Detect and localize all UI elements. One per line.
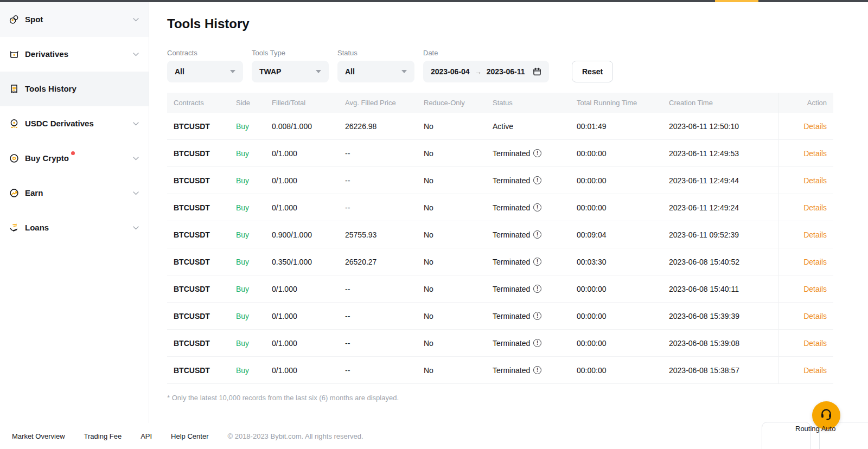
info-circle-icon[interactable]: ! <box>533 149 541 157</box>
details-link[interactable]: Details <box>803 339 827 348</box>
earn-icon <box>9 188 20 198</box>
cell-value: Buy <box>236 203 249 212</box>
details-link[interactable]: Details <box>803 258 827 266</box>
cell-value: BTCUSDT <box>174 339 210 348</box>
cell-value: 2023-06-11 12:49:53 <box>669 149 739 158</box>
cell-action: Details <box>778 167 833 194</box>
derivatives-icon <box>9 49 20 60</box>
cell-creation-time: 2023-06-11 12:50:10 <box>662 113 778 139</box>
cell-action: Details <box>778 113 833 139</box>
sidebar-item-usdc-derivatives[interactable]: USDC Derivatives <box>0 106 149 141</box>
details-link[interactable]: Details <box>803 203 827 212</box>
footer-link-market-overview[interactable]: Market Overview <box>12 432 65 440</box>
footer-link-help-center[interactable]: Help Center <box>171 432 208 440</box>
sidebar-item-spot[interactable]: Spot <box>0 2 149 37</box>
cell-contracts: BTCUSDT <box>167 303 229 329</box>
cell-value: 0/1.000 <box>272 285 297 293</box>
caret-down-icon <box>316 70 321 73</box>
cell-avg-filled-price: 25755.93 <box>339 221 417 248</box>
cell-value: BTCUSDT <box>174 149 210 158</box>
cell-contracts: BTCUSDT <box>167 167 229 194</box>
cell-filled-total: 0/1.000 <box>265 330 339 356</box>
footer-link-api[interactable]: API <box>141 432 152 440</box>
cell-action: Details <box>778 330 833 356</box>
tools-type-select[interactable]: TWAP <box>252 61 329 82</box>
cell-value: 00:00:00 <box>577 149 607 158</box>
cell-value: 00:00:00 <box>577 312 607 320</box>
sidebar-item-label: Loans <box>25 223 49 232</box>
info-circle-icon[interactable]: ! <box>533 312 541 320</box>
details-link[interactable]: Details <box>803 149 827 158</box>
cell-value: -- <box>345 312 350 320</box>
details-link[interactable]: Details <box>803 312 827 320</box>
status-select[interactable]: All <box>337 61 414 82</box>
cell-total-running-time: 00:00:00 <box>570 275 662 302</box>
cell-avg-filled-price: -- <box>339 140 417 166</box>
sidebar-item-buy-crypto[interactable]: Buy Crypto <box>0 141 149 176</box>
column-header-avg-filled-price: Avg. Filled Price <box>339 99 417 107</box>
cell-value: 0.008/1.000 <box>272 122 312 131</box>
info-circle-icon[interactable]: ! <box>533 285 541 293</box>
cell-value: Terminated <box>493 149 530 158</box>
cell-total-running-time: 00:09:04 <box>570 221 662 248</box>
cell-value: Terminated <box>493 339 530 348</box>
date-range-picker[interactable]: 2023-06-04 → 2023-06-11 <box>423 61 549 82</box>
reset-button[interactable]: Reset <box>572 61 613 82</box>
sidebar-item-loans[interactable]: Loans <box>0 210 149 245</box>
cell-value: Buy <box>236 339 249 348</box>
top-scrollbar-thumb[interactable] <box>715 0 758 2</box>
cell-value: No <box>424 339 433 348</box>
cell-avg-filled-price: -- <box>339 357 417 383</box>
table-row: BTCUSDTBuy0/1.000--NoTerminated!00:00:00… <box>167 357 833 384</box>
routing-auto-label: Routing Auto <box>795 425 835 433</box>
info-circle-icon[interactable]: ! <box>533 203 541 211</box>
info-circle-icon[interactable]: ! <box>533 176 541 184</box>
details-link[interactable]: Details <box>803 285 827 293</box>
cell-creation-time: 2023-06-08 15:39:39 <box>662 303 778 329</box>
details-link[interactable]: Details <box>803 122 827 131</box>
table-row: BTCUSDTBuy0.900/1.00025755.93NoTerminate… <box>167 221 833 248</box>
tools-history-table: ContractsSideFilled/TotalAvg. Filled Pri… <box>167 93 833 402</box>
cell-value: Terminated <box>493 176 530 185</box>
date-end-value: 2023-06-11 <box>487 67 525 76</box>
cell-value: Buy <box>236 122 249 131</box>
cell-contracts: BTCUSDT <box>167 330 229 356</box>
date-range-arrow-icon: → <box>475 68 482 76</box>
cell-contracts: BTCUSDT <box>167 275 229 302</box>
info-circle-icon[interactable]: ! <box>533 366 541 374</box>
chevron-down-icon <box>133 226 139 230</box>
footer-link-trading-fee[interactable]: Trading Fee <box>84 432 122 440</box>
cell-value: No <box>424 230 433 239</box>
cell-filled-total: 0.008/1.000 <box>265 113 339 139</box>
details-link[interactable]: Details <box>803 176 827 185</box>
info-circle-icon[interactable]: ! <box>533 339 541 347</box>
cell-total-running-time: 00:00:00 <box>570 140 662 166</box>
table-row: BTCUSDTBuy0/1.000--NoTerminated!00:00:00… <box>167 330 833 357</box>
cell-value: Terminated <box>493 366 530 375</box>
cell-contracts: BTCUSDT <box>167 248 229 275</box>
cell-total-running-time: 00:00:00 <box>570 194 662 221</box>
cell-value: Terminated <box>493 230 530 239</box>
contracts-select[interactable]: All <box>167 61 243 82</box>
cell-value: 2023-06-08 15:39:08 <box>669 339 739 348</box>
sidebar-item-earn[interactable]: Earn <box>0 176 149 210</box>
details-link[interactable]: Details <box>803 366 827 375</box>
sidebar-item-derivatives[interactable]: Derivatives <box>0 37 149 72</box>
cell-value: BTCUSDT <box>174 203 210 212</box>
status-select-value: All <box>345 67 355 76</box>
table-footnote: * Only the latest 10,000 records from th… <box>167 394 833 402</box>
cell-value: -- <box>345 149 350 158</box>
info-circle-icon[interactable]: ! <box>533 230 541 239</box>
cell-value: No <box>424 366 433 375</box>
sidebar-item-tools-history[interactable]: Tools History <box>0 72 149 106</box>
cell-status: Terminated! <box>486 167 570 194</box>
cell-value: 0/1.000 <box>272 203 297 212</box>
status-filter-label: Status <box>337 49 414 57</box>
table-row: BTCUSDTBuy0/1.000--NoTerminated!00:00:00… <box>167 167 833 194</box>
details-link[interactable]: Details <box>803 230 827 239</box>
cell-value: -- <box>345 339 350 348</box>
table-row: BTCUSDTBuy0.008/1.00026226.98NoActive00:… <box>167 113 833 140</box>
info-circle-icon[interactable]: ! <box>533 258 541 266</box>
cell-value: 0/1.000 <box>272 149 297 158</box>
table-row: BTCUSDTBuy0.350/1.00026520.27NoTerminate… <box>167 248 833 275</box>
